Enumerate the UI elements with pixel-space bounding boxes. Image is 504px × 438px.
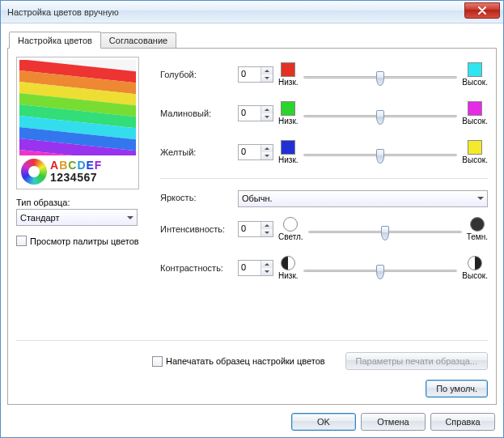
brightness-value: Обычн.: [242, 193, 273, 203]
spin-magenta-value: 0: [239, 106, 260, 121]
row-magenta: Малиновый: 0 Низк.: [160, 96, 488, 131]
scale-low: Низк.: [278, 155, 299, 164]
close-icon: [478, 6, 486, 15]
palette-checkbox[interactable]: [16, 236, 27, 246]
row-cyan: Голубой: 0 Низк.: [160, 57, 488, 92]
spin-contrast-value: 0: [239, 261, 260, 275]
ok-button[interactable]: OK: [291, 413, 356, 431]
spin-down-icon[interactable]: [261, 229, 273, 236]
palette-checkbox-label: Просмотр палитры цветов: [30, 236, 139, 246]
print-sample-label: Напечатать образец настройки цветов: [166, 356, 325, 366]
panel-bottom-row: Напечатать образец настройки цветов Пара…: [16, 346, 488, 373]
spin-up-icon[interactable]: [261, 106, 273, 113]
sample-type-combo[interactable]: Стандарт: [16, 209, 138, 226]
slider-yellow[interactable]: [303, 154, 458, 156]
swatch-high-contrast-icon: [468, 256, 482, 270]
slider-thumb-icon[interactable]: [376, 110, 384, 125]
row-yellow: Желтый: 0 Низк.: [160, 134, 488, 170]
spin-down-icon[interactable]: [261, 113, 273, 121]
scale-low: Низк.: [278, 271, 299, 280]
left-column: ABCDEF 1234567 Тип образца: Стандарт: [16, 57, 146, 335]
print-params-button[interactable]: Параметры печати образца...: [345, 352, 488, 370]
dialog-button-row: OK Отмена Справка: [7, 405, 497, 437]
slider-thumb-icon[interactable]: [376, 265, 384, 279]
label-contrast: Контрастность:: [160, 263, 233, 273]
scale-high: Высок.: [462, 155, 488, 164]
titlebar: Настройка цветов вручную: [1, 1, 503, 23]
help-label: Справка: [445, 417, 480, 427]
row-intensity: Интенсивность: 0 Светл.: [160, 211, 488, 247]
swatch-green-icon: [281, 101, 295, 116]
spin-yellow-value: 0: [239, 145, 260, 159]
scale-low: Низк.: [278, 117, 299, 125]
swatch-magenta-icon: [468, 101, 482, 116]
slider-thumb-icon[interactable]: [376, 71, 384, 86]
tab-color-settings[interactable]: Настройка цветов: [9, 32, 101, 49]
label-yellow: Желтый:: [160, 147, 233, 157]
defaults-label: По умолч.: [436, 384, 477, 393]
swatch-cyan-icon: [468, 62, 482, 77]
separator: [16, 340, 488, 341]
tab-bar: Настройка цветов Согласование: [9, 30, 497, 48]
sample-preview: ABCDEF 1234567: [16, 57, 139, 189]
spin-down-icon[interactable]: [261, 74, 273, 82]
row-contrast: Контрастность: 0 Низк.: [160, 250, 488, 286]
label-brightness: Яркость:: [160, 193, 233, 202]
defaults-button[interactable]: По умолч.: [426, 380, 488, 398]
scale-dark: Темн.: [467, 232, 488, 241]
spin-down-icon[interactable]: [261, 152, 273, 159]
ok-label: OK: [317, 417, 330, 427]
print-sample-checkbox-row[interactable]: Напечатать образец настройки цветов: [152, 356, 325, 367]
label-magenta: Малиновый:: [160, 108, 233, 118]
spin-contrast[interactable]: 0: [238, 260, 273, 276]
separator: [160, 178, 488, 179]
slider-contrast[interactable]: [303, 270, 458, 272]
color-wheel-icon: [21, 159, 47, 185]
spin-down-icon[interactable]: [261, 268, 273, 275]
spin-intensity[interactable]: 0: [238, 221, 273, 237]
print-sample-checkbox[interactable]: [152, 356, 163, 367]
sample-text-block: ABCDEF 1234567: [19, 155, 136, 186]
swatch-yellow-icon: [468, 140, 482, 155]
swatch-red-icon: [281, 62, 295, 77]
cancel-label: Отмена: [377, 417, 409, 427]
spin-cyan[interactable]: 0: [238, 66, 273, 83]
spin-up-icon[interactable]: [261, 145, 273, 152]
spin-up-icon[interactable]: [261, 67, 273, 74]
tab-matching[interactable]: Согласование: [100, 32, 176, 48]
label-intensity: Интенсивность:: [160, 224, 233, 234]
sample-numbers: 1234567: [50, 172, 102, 184]
right-column: Голубой: 0 Низк.: [146, 57, 488, 335]
palette-checkbox-row[interactable]: Просмотр палитры цветов: [16, 236, 146, 246]
brightness-combo[interactable]: Обычн.: [238, 190, 488, 207]
spin-up-icon[interactable]: [261, 261, 273, 268]
cancel-button[interactable]: Отмена: [361, 413, 426, 431]
main-area: ABCDEF 1234567 Тип образца: Стандарт: [16, 57, 488, 335]
slider-magenta[interactable]: [303, 115, 458, 117]
swatch-low-contrast-icon: [281, 256, 295, 270]
sample-letters: ABCDEF: [50, 159, 102, 172]
row-brightness: Яркость: Обычн.: [160, 187, 488, 208]
window-title: Настройка цветов вручную: [7, 7, 464, 17]
slider-thumb-icon[interactable]: [376, 149, 384, 164]
spin-intensity-value: 0: [239, 222, 260, 236]
spin-magenta[interactable]: 0: [238, 105, 273, 121]
spin-up-icon[interactable]: [261, 222, 273, 229]
sample-type-value: Стандарт: [20, 213, 60, 223]
close-button[interactable]: [464, 2, 500, 19]
slider-intensity[interactable]: [308, 231, 462, 233]
help-button[interactable]: Справка: [430, 413, 495, 431]
swatch-dark-icon: [470, 217, 485, 232]
pencils-image: [19, 60, 136, 155]
dialog-window: Настройка цветов вручную Настройка цвето…: [0, 0, 504, 438]
scale-high: Высок.: [462, 117, 488, 125]
chevron-down-icon: [127, 216, 133, 219]
spin-cyan-value: 0: [239, 67, 260, 82]
spin-yellow[interactable]: 0: [238, 144, 273, 160]
slider-cyan[interactable]: [303, 76, 458, 79]
client-area: Настройка цветов Согласование: [1, 23, 503, 437]
swatch-light-icon: [283, 217, 298, 232]
tab-panel: ABCDEF 1234567 Тип образца: Стандарт: [7, 48, 497, 405]
sample-type-label: Тип образца:: [16, 198, 146, 207]
slider-thumb-icon[interactable]: [381, 226, 389, 240]
